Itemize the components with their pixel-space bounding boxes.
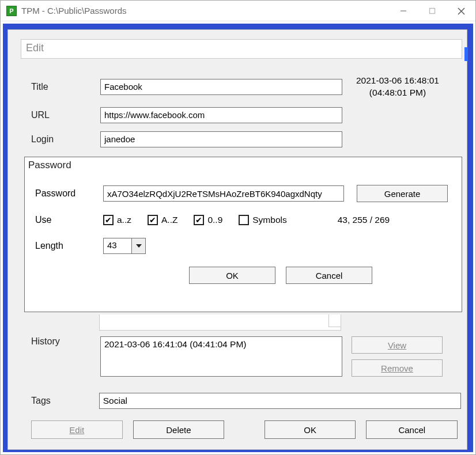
password-legend: Password <box>28 160 71 171</box>
minimize-button[interactable] <box>389 1 418 21</box>
password-label: Password <box>35 188 103 199</box>
login-label: Login <box>31 134 100 145</box>
length-label: Length <box>35 241 103 251</box>
length-value: 43 <box>104 238 131 253</box>
chevron-down-icon <box>131 238 145 253</box>
section-header-label: Edit <box>26 42 44 54</box>
checkbox-symbols-label: Symbols <box>252 215 286 225</box>
password-input[interactable] <box>103 185 344 202</box>
close-icon <box>458 7 465 15</box>
check-icon: ✔ <box>194 215 204 225</box>
window-title: TPM - C:\Public\Passwords <box>21 6 389 16</box>
dialog-cancel-button[interactable]: Cancel <box>366 420 458 439</box>
window-buttons <box>389 1 475 21</box>
checkbox-az[interactable]: ✔ a..z <box>103 215 131 225</box>
tags-input[interactable] <box>99 393 461 409</box>
generate-button[interactable]: Generate <box>357 185 448 202</box>
remove-button: Remove <box>352 359 443 377</box>
svg-marker-4 <box>136 244 142 248</box>
login-input[interactable] <box>100 131 342 147</box>
check-icon: ✔ <box>103 215 114 225</box>
obscured-handle <box>328 314 341 327</box>
edit-button: Edit <box>31 420 123 439</box>
charset-counter: 43, 255 / 269 <box>338 215 390 225</box>
app-icon: P <box>6 6 17 16</box>
maximize-icon <box>429 7 436 14</box>
password-ok-button[interactable]: OK <box>189 267 275 284</box>
dialog: Edit Title 2021-03-06 16:48:01 (04:48:01… <box>7 29 467 450</box>
history-item[interactable]: 2021-03-06 16:41:04 (04:41:04 PM) <box>104 339 338 350</box>
dialog-ok-button[interactable]: OK <box>265 420 356 439</box>
password-groupbox: Password Password Generate Use ✔ a..z <box>24 157 462 312</box>
svg-rect-1 <box>430 9 435 14</box>
checkbox-09[interactable]: ✔ 0..9 <box>194 215 222 225</box>
history-listbox[interactable]: 2021-03-06 16:41:04 (04:41:04 PM) <box>100 336 342 377</box>
title-input[interactable] <box>100 79 342 95</box>
timestamp: 2021-03-06 16:48:01 (04:48:01 PM) <box>356 75 439 99</box>
section-header: Edit <box>21 39 462 59</box>
history-label: History <box>31 336 100 347</box>
dialog-button-bar: Edit Delete OK Cancel <box>31 420 458 439</box>
delete-button[interactable]: Delete <box>133 420 225 439</box>
close-button[interactable] <box>447 1 475 21</box>
client-area: Edit Title 2021-03-06 16:48:01 (04:48:01… <box>3 24 473 452</box>
checkbox-symbols[interactable]: Symbols <box>239 215 286 225</box>
title-label: Title <box>31 82 100 92</box>
view-button: View <box>352 336 443 354</box>
use-label: Use <box>35 215 103 225</box>
tags-section: Tags <box>31 393 461 409</box>
url-label: URL <box>31 110 100 120</box>
obscured-field <box>99 314 341 331</box>
minimize-icon <box>400 7 407 14</box>
titlebar: P TPM - C:\Public\Passwords <box>1 1 475 21</box>
history-section: History 2021-03-06 16:41:04 (04:41:04 PM… <box>31 336 461 377</box>
checkbox-09-label: 0..9 <box>207 215 222 225</box>
entry-form: Title 2021-03-06 16:48:01 (04:48:01 PM) … <box>31 67 461 147</box>
url-input[interactable] <box>100 107 342 123</box>
scrollbar-handle[interactable] <box>464 47 468 61</box>
tags-label: Tags <box>31 396 99 406</box>
length-combobox[interactable]: 43 <box>103 238 146 254</box>
password-cancel-button[interactable]: Cancel <box>286 267 372 284</box>
check-icon: ✔ <box>148 215 158 225</box>
check-icon <box>239 215 249 225</box>
maximize-button[interactable] <box>418 1 447 21</box>
checkbox-AZ[interactable]: ✔ A..Z <box>148 215 177 225</box>
timestamp-line1: 2021-03-06 16:48:01 <box>356 75 439 87</box>
app-window: P TPM - C:\Public\Passwords Edit Title <box>0 0 476 455</box>
checkbox-az-label: a..z <box>117 215 131 225</box>
checkbox-AZ-label: A..Z <box>161 215 177 225</box>
timestamp-line2: (04:48:01 PM) <box>356 87 439 99</box>
